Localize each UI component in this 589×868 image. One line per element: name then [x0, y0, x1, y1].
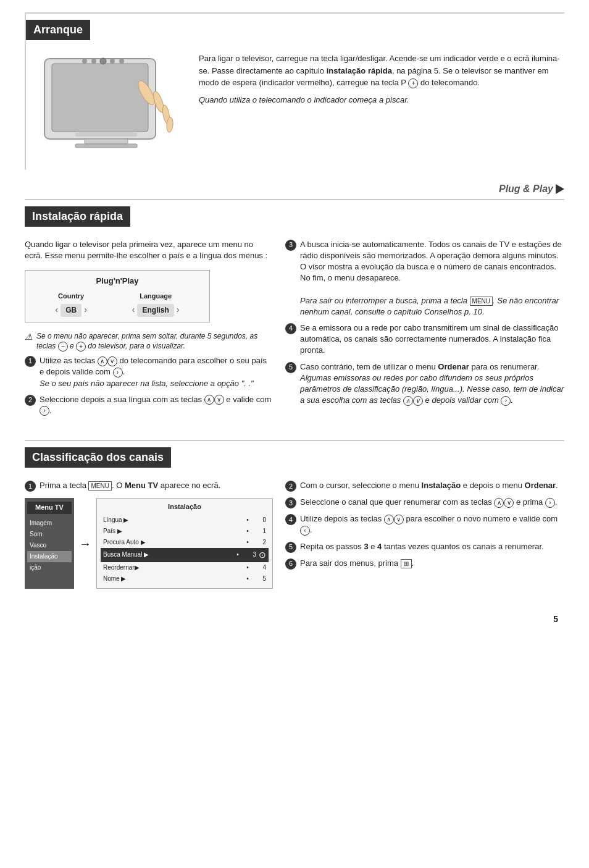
arranque-para1: Para ligar o televisor, carregue na tecl… [199, 53, 564, 89]
arranque-text: Para ligar o televisor, carregue na tecl… [199, 53, 564, 111]
class-step-1-text: Prima a tecla MENU. O Menu TV aparece no… [40, 480, 273, 492]
page-number: 5 [25, 613, 564, 626]
country-col: Country ‹ GB › [55, 292, 86, 316]
step-2-text: Seleccione depois a sua língua com as te… [40, 394, 273, 416]
instalacao-right: 3 A busca inicia-se automaticamente. Tod… [285, 239, 564, 421]
step-3: 3 A busca inicia-se automaticamente. Tod… [285, 239, 564, 318]
language-right-arrow: › [177, 304, 180, 316]
plus-symbol: + [408, 78, 418, 88]
warning-note: ⚠ Se o menu não aparecer, prima sem solt… [25, 331, 273, 352]
row-arrow-indicator: ⊙ [259, 549, 266, 562]
arranque-section: Arranque [25, 12, 564, 170]
arranque-italic: Quando utiliza o telecomando o indicador… [199, 94, 564, 106]
classificacao-content: 1 Prima a tecla MENU. O Menu TV aparece … [25, 480, 564, 595]
up-c4: ∧ [384, 515, 394, 525]
menutv-row-0: Língua ▶ • 0 [101, 515, 269, 526]
language-value: English [137, 304, 173, 317]
instalacao-section: Instalação rápida Quando ligar o televis… [25, 199, 564, 428]
menutv-item-icao: ição [27, 562, 72, 573]
class-step-5-text: Repita os passos 3 e 4 tantas vezes quan… [300, 541, 564, 553]
classificacao-left: 1 Prima a tecla MENU. O Menu TV aparece … [25, 480, 273, 595]
instalacao-intro: Quando ligar o televisor pela primeira v… [25, 239, 273, 261]
country-right-arrow: › [84, 304, 87, 316]
svg-rect-1 [52, 64, 148, 132]
up-c3: ∧ [494, 498, 504, 508]
pnp-menu-row: Country ‹ GB › Language ‹ English › [33, 292, 202, 316]
class-step-4-text: Utilize depois as teclas ∧∨ para escolhe… [300, 513, 564, 536]
step-4: 4 Se a emissora ou a rede por cabo trans… [285, 322, 564, 356]
language-left-arrow: ‹ [132, 304, 135, 316]
pnp-menu: Plug'n'Play Country ‹ GB › Language ‹ [25, 270, 210, 322]
class-step-3-num: 3 [285, 497, 296, 508]
down-c4: ∨ [394, 515, 404, 525]
menutv-item-som: Som [27, 529, 72, 540]
class-step-5: 5 Repita os passos 3 e 4 tantas vezes qu… [285, 541, 564, 553]
left-c4: ‹ [300, 526, 310, 536]
instalacao-header: Instalação rápida [25, 206, 130, 227]
classificacao-right: 2 Com o cursor, seleccione o menu Instal… [285, 480, 564, 595]
tv-illustration [26, 53, 186, 164]
menutv-row-4: Reordernar▶ • 4 [101, 562, 269, 573]
step-4-text: Se a emissora ou a rede por cabo transmi… [300, 322, 564, 356]
tv-svg [32, 53, 180, 164]
step-1: 1 Utilize as teclas ∧∨ do telecomando pa… [25, 355, 273, 389]
class-step-3-text: Seleccione o canal que quer renumerar co… [300, 497, 564, 508]
step-5-text: Caso contrário, tem de utilizar o menu O… [300, 361, 564, 407]
warning-text: Se o menu não aparecer, prima sem soltar… [36, 331, 273, 352]
class-step-6-num: 6 [285, 558, 296, 570]
menutv-item-vasco: Vasco [27, 540, 72, 551]
menutv-sidebar: Menu TV Imagem Som Vasco Instalação ição [25, 498, 74, 589]
svg-rect-9 [75, 132, 137, 137]
menutv-row-5: Nome ▶ • 5 [101, 573, 269, 584]
class-step-2: 2 Com o cursor, seleccione o menu Instal… [285, 480, 564, 492]
menutv-main: Instalação Língua ▶ • 0 País ▶ • 1 Procu… [96, 498, 273, 589]
menutv-item-instalacao: Instalação [27, 551, 72, 562]
plug-play-text: Plug & Play [499, 182, 553, 196]
up-arrow-circle: ∧ [98, 356, 107, 366]
svg-point-2 [82, 59, 87, 64]
country-value-row: ‹ GB › [55, 304, 86, 317]
country-value: GB [61, 304, 81, 317]
class-step-5-num: 5 [285, 542, 296, 553]
country-left-arrow: ‹ [55, 304, 58, 316]
menutv-item-imagem: Imagem [27, 518, 72, 529]
warning-icon: ⚠ [25, 331, 33, 352]
down-c3: ∨ [504, 498, 514, 508]
step-2-num: 2 [25, 395, 36, 406]
svg-point-5 [110, 59, 115, 64]
class-step-3: 3 Seleccione o canal que quer renumerar … [285, 497, 564, 508]
instalacao-content: Quando ligar o televisor pela primeira v… [25, 239, 564, 421]
step-5-num: 5 [285, 362, 296, 373]
svg-point-6 [119, 59, 124, 64]
step-1-text: Utilize as teclas ∧∨ do telecomando para… [40, 355, 273, 389]
step-4-num: 4 [285, 323, 296, 334]
svg-point-3 [91, 59, 96, 64]
class-step-4: 4 Utilize depois as teclas ∧∨ para escol… [285, 513, 564, 536]
step-2: 2 Seleccione depois a sua língua com as … [25, 394, 273, 416]
menutv-row-1: País ▶ • 1 [101, 526, 269, 537]
language-value-row: ‹ English › [132, 304, 180, 317]
instalacao-left: Quando ligar o televisor pela primeira v… [25, 239, 273, 421]
ok-circle-5: › [501, 396, 511, 406]
step-5: 5 Caso contrário, tem de utilizar o menu… [285, 361, 564, 407]
svg-rect-8 [75, 144, 137, 148]
menu-arrow-icon: → [79, 535, 91, 552]
step-3-num: 3 [285, 240, 296, 251]
class-step-1-num: 1 [25, 481, 36, 492]
arrow-container: → [77, 498, 94, 589]
menutv-row-2: Procura Auto ▶ • 2 [101, 537, 269, 548]
pnp-menu-title: Plug'n'Play [33, 276, 202, 287]
language-col: Language ‹ English › [132, 292, 180, 316]
up-circle-2: ∧ [204, 395, 214, 405]
svg-rect-7 [85, 139, 128, 144]
plug-play-brand: Plug & Play [25, 182, 564, 196]
menutv-main-title: Instalação [101, 502, 269, 512]
arranque-content: Para ligar o televisor, carregue na tecl… [26, 53, 564, 164]
minus-circle: − [58, 342, 68, 352]
svg-point-4 [100, 58, 106, 64]
down-circle-5: ∨ [413, 396, 423, 406]
step-1-num: 1 [25, 356, 36, 367]
ok-c3: › [545, 498, 555, 508]
step-3-text: A busca inicia-se automaticamente. Todos… [300, 239, 564, 318]
menutv-sidebar-title: Menu TV [27, 502, 72, 513]
